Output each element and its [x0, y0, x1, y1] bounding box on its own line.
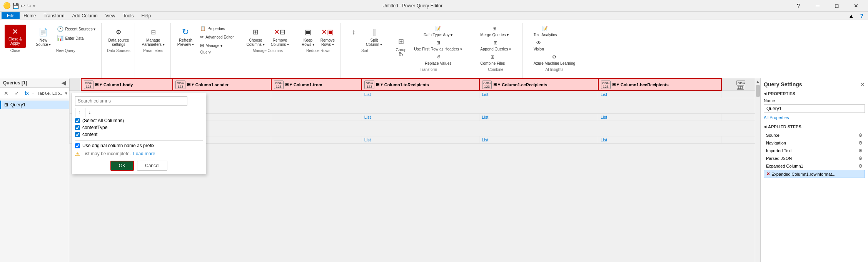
menu-view[interactable]: View	[102, 12, 119, 19]
use-first-row-button[interactable]: ⊞ Use First Row as Headers ▾	[411, 39, 464, 52]
checkbox-select-all-input[interactable]	[75, 118, 80, 123]
menu-transform[interactable]: Transform	[40, 12, 68, 19]
formula-accept-button[interactable]: ✓	[12, 89, 22, 98]
name-input[interactable]	[764, 104, 865, 113]
manage-button[interactable]: ⊞ Manage ▾	[197, 42, 236, 49]
scroll-up-arrow[interactable]: ▲	[755, 78, 761, 84]
step-imported-text-gear[interactable]: ⚙	[858, 148, 863, 153]
step-source-gear[interactable]: ⚙	[858, 133, 863, 138]
step-parsed-json[interactable]: Parsed JSON ⚙	[764, 155, 865, 162]
ribbon-collapse-icon[interactable]: ▲	[846, 13, 857, 19]
step-imported-text[interactable]: Imported Text ⚙	[764, 147, 865, 155]
combine-files-button[interactable]: ⊞ Combine Files	[477, 53, 507, 67]
scroll-thumb[interactable]	[756, 85, 760, 97]
split-column-icon: ||	[368, 26, 380, 38]
group-by-label: Group By	[396, 48, 406, 56]
expand-record-icon-from[interactable]: ⊞ ▾	[285, 82, 292, 87]
all-properties-link[interactable]: All Properties	[764, 115, 789, 120]
checkbox-content-type-label: contentType	[82, 125, 107, 130]
col-header-bcc-recipients[interactable]: ABC123 ⊞ ▾ Column1.bccRecipients	[598, 79, 721, 91]
menu-home[interactable]: Home	[20, 12, 40, 19]
replace-values-button[interactable]: ↺ Replace Values	[411, 53, 464, 67]
close-apply-button[interactable]: ✕ Close & Apply	[5, 25, 26, 48]
step-parsed-json-gear[interactable]: ⚙	[858, 156, 863, 161]
load-more-link[interactable]: Load more	[133, 151, 155, 156]
queries-collapse-icon[interactable]: ◀	[62, 80, 66, 86]
checkbox-content-input[interactable]	[75, 132, 80, 137]
help-button[interactable]: ?	[790, 0, 807, 12]
menu-add-column[interactable]: Add Column	[68, 12, 102, 19]
formula-bar: ✕ ✓ fx = Table.ExpandRecordColumn(#"Expa…	[0, 88, 69, 99]
column-search-input[interactable]	[75, 96, 187, 106]
menu-file[interactable]: File	[2, 12, 20, 19]
step-expanded-rowinformat[interactable]: ✕ Expanded Column1.rowinformat...	[764, 170, 865, 178]
maximize-button[interactable]: □	[828, 0, 846, 12]
col-header-from[interactable]: ABC123 ⊞ ▾ Column1.from	[271, 79, 362, 91]
data-source-settings-button[interactable]: ⚙ Data source settings	[105, 25, 132, 48]
checkbox-select-all-label: (Select All Columns)	[82, 118, 124, 123]
col-name-body: Column1.body	[103, 82, 133, 87]
vision-icon: 👁	[536, 40, 541, 45]
step-source-label: Source	[766, 133, 780, 138]
sort-desc-button[interactable]: ↓	[85, 108, 94, 117]
col-header-body[interactable]: ABC123 ⊞ ▾ Column1.body	[81, 79, 173, 91]
sort-asc-button[interactable]: ↑	[75, 108, 84, 117]
expand-record-icon-to[interactable]: ⊞ ▾	[376, 82, 383, 87]
menu-help[interactable]: Help	[137, 12, 155, 19]
formula-expand-button[interactable]: ▾	[65, 91, 67, 96]
cancel-button[interactable]: Cancel	[137, 161, 167, 171]
settings-close-button[interactable]: ✕	[860, 81, 865, 87]
properties-label: Properties	[207, 27, 225, 31]
expand-record-icon-bcc[interactable]: ⊞ ▾	[612, 82, 619, 87]
help-icon[interactable]: ?	[857, 13, 866, 19]
col-type-icon-body: ABC123	[84, 81, 94, 89]
checkbox-content-type-input[interactable]	[75, 125, 80, 130]
col-header-sender[interactable]: ABC123 ⊞ ▾ Column1.sender	[173, 79, 271, 91]
prefix-checkbox[interactable]	[75, 143, 80, 148]
azure-ml-button[interactable]: ⚙ Azure Machine Learning	[531, 53, 578, 67]
checkbox-content-type[interactable]: contentType	[75, 124, 203, 131]
step-navigation-gear[interactable]: ⚙	[858, 140, 863, 146]
checkbox-content[interactable]: content	[75, 131, 203, 138]
col-header-cc-recipients[interactable]: ABC123 ⊞ ▾ Column1.ccRecipients	[479, 79, 598, 91]
vision-button[interactable]: 👁 Vision	[531, 39, 547, 52]
expand-record-icon-sender[interactable]: ⊞ ▾	[187, 82, 194, 87]
remove-columns-button[interactable]: ✕⊟ Remove Columns ▾	[268, 25, 292, 48]
group-by-button[interactable]: ⊞ Group By	[392, 34, 410, 57]
keep-rows-button[interactable]: ▣ Keep Rows ▾	[299, 25, 317, 48]
minimize-button[interactable]: ─	[809, 0, 826, 12]
recent-sources-button[interactable]: 🕐 Recent Sources ▾	[54, 25, 98, 33]
remove-rows-button[interactable]: ✕▣ Remove Rows ▾	[318, 25, 337, 48]
properties-button[interactable]: 📋 Properties	[197, 25, 236, 32]
ok-button[interactable]: OK	[110, 161, 134, 171]
checkbox-select-all[interactable]: (Select All Columns)	[75, 117, 203, 124]
step-source[interactable]: Source ⚙	[764, 131, 865, 139]
text-analytics-button[interactable]: 📝 Text Analytics	[531, 25, 560, 38]
split-column-button[interactable]: || Split Column ▾	[363, 25, 385, 48]
advanced-editor-button[interactable]: ✏ Advanced Editor	[197, 33, 236, 41]
expand-record-icon-cc[interactable]: ⊞ ▾	[493, 82, 500, 87]
manage-parameters-button[interactable]: ⊟ Manage Parameters ▾	[139, 25, 167, 48]
step-expanded-column1[interactable]: Expanded Column1 ⚙	[764, 162, 865, 170]
close-button[interactable]: ✕	[847, 0, 865, 12]
new-source-button[interactable]: 📄 NewSource ▾	[33, 25, 53, 48]
expand-record-icon-body[interactable]: ⊞ ▾	[95, 82, 102, 87]
enter-data-button[interactable]: 📊 Enter Data	[54, 34, 98, 42]
sort-asc-button[interactable]: ↕	[345, 25, 362, 39]
vertical-scrollbar[interactable]: ▲ ▼	[755, 78, 760, 262]
menu-tools[interactable]: Tools	[119, 12, 137, 19]
query-item-query1[interactable]: ⊞ Query1	[0, 101, 69, 109]
step-expanded-rowinformat-label: Expanded Column1.rowinformat...	[771, 172, 862, 176]
data-grid-container[interactable]: ABC123 ⊞ ▾ Column1.body ABC123 ⊞ ▾ Colum…	[69, 78, 760, 262]
choose-columns-button[interactable]: ⊞ Choose Columns ▾	[244, 25, 267, 48]
step-expanded-column1-gear[interactable]: ⚙	[858, 163, 863, 169]
window-controls[interactable]: ? ─ □ ✕	[790, 0, 865, 12]
formula-cancel-button[interactable]: ✕	[2, 89, 11, 98]
merge-queries-button[interactable]: ⊞ Merge Queries ▾	[477, 25, 511, 38]
append-queries-button[interactable]: ⊞ Append Queries ▾	[477, 39, 514, 52]
data-type-button[interactable]: 📝 Data Type: Any ▾	[411, 25, 464, 38]
col-header-to-recipients[interactable]: ABC123 ⊞ ▾ Column1.toRecipients	[362, 79, 479, 91]
refresh-preview-button[interactable]: ↻ Refresh Preview ▾	[175, 25, 197, 48]
step-navigation[interactable]: Navigation ⚙	[764, 139, 865, 147]
ribbon-group-transform-label: Transform	[420, 67, 437, 72]
